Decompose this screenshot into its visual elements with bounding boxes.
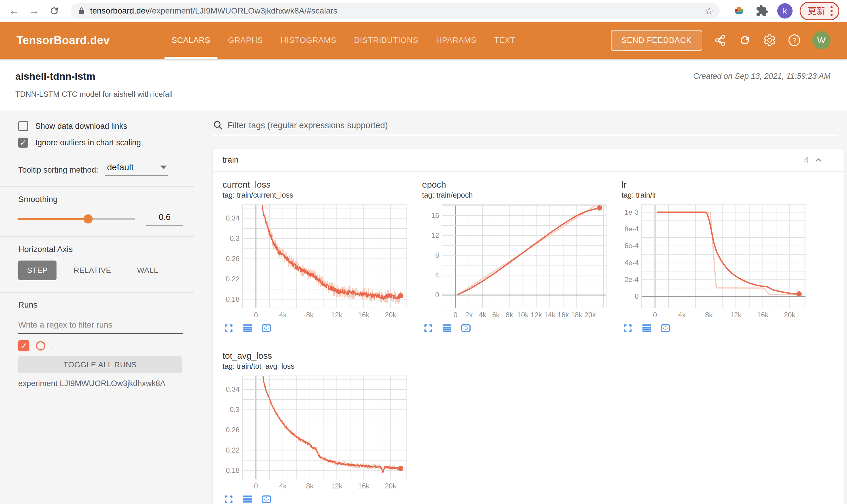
tab-histograms[interactable]: HISTOGRAMS [272, 22, 345, 59]
tab-text[interactable]: TEXT [485, 22, 524, 59]
axis-relative-button[interactable]: RELATIVE [65, 260, 120, 280]
smoothing-slider[interactable] [18, 212, 135, 225]
tag-filter-input[interactable] [227, 121, 837, 130]
tab-graphs[interactable]: GRAPHS [219, 22, 272, 59]
sidebar-divider [0, 292, 194, 292]
tensorboard-page: ← → tensorboard.dev/experiment/LJI9MWUOR… [0, 0, 847, 504]
svg-text:0.18: 0.18 [226, 295, 240, 303]
tab-scalars[interactable]: SCALARS [163, 22, 219, 59]
browser-toolbar: ← → tensorboard.dev/experiment/LJI9MWUOR… [0, 0, 847, 22]
svg-text:6e-4: 6e-4 [624, 242, 639, 250]
expand-chart-icon[interactable] [423, 323, 433, 333]
svg-text:0: 0 [635, 292, 639, 300]
expand-chart-icon[interactable] [623, 323, 633, 333]
train-group-card: train 4 current_loss tag: train/current_… [213, 148, 844, 504]
chart-canvas[interactable]: 04k8k12k16k20k0.340.30.260.220.18 [223, 201, 411, 320]
experiment-title: aishell-tdnn-lstm [15, 71, 173, 82]
axis-step-button[interactable]: STEP [18, 260, 56, 280]
search-icon [213, 120, 223, 130]
chart-title: current_loss [223, 180, 417, 190]
run-visibility-checkbox[interactable]: ✓ [18, 340, 30, 352]
tooltip-sorting-select[interactable]: default [105, 162, 168, 176]
fit-domain-icon[interactable] [660, 323, 670, 333]
slider-thumb[interactable] [84, 214, 93, 223]
chart-tile-epoch: epoch tag: train/epoch 02k4k6k8k10k12k14… [422, 180, 616, 333]
svg-text:0.34: 0.34 [226, 385, 240, 393]
chart-title: lr [622, 180, 816, 190]
svg-text:8k: 8k [306, 482, 314, 490]
checkbox-unchecked-icon[interactable] [18, 121, 28, 131]
browser-update-menu[interactable]: 更新 [800, 2, 839, 20]
svg-text:0: 0 [653, 311, 657, 319]
runs-filter-input[interactable] [18, 320, 183, 330]
axis-wall-button[interactable]: WALL [128, 260, 167, 280]
refresh-icon[interactable] [738, 34, 751, 47]
expand-chart-icon[interactable] [224, 323, 234, 333]
svg-text:20k: 20k [585, 311, 596, 319]
smoothing-label: Smoothing [18, 195, 183, 204]
tooltip-sorting-value: default [107, 162, 134, 172]
svg-text:12k: 12k [730, 311, 742, 319]
chart-tag: tag: train/lr [622, 191, 816, 199]
log-scale-icon[interactable] [642, 323, 652, 333]
smoothing-value-field[interactable]: 0.6 [146, 212, 183, 226]
svg-text:8k: 8k [306, 311, 314, 319]
address-bar[interactable]: tensorboard.dev/experiment/LJI9MWUORLOw3… [71, 3, 720, 19]
show-download-links-checkbox[interactable]: Show data download links [18, 121, 183, 131]
chart-canvas[interactable]: 04k8k12k16k20k0.340.30.260.220.18 [223, 372, 411, 491]
svg-text:12k: 12k [331, 482, 343, 490]
train-group-header[interactable]: train 4 [213, 148, 844, 172]
svg-text:8e-4: 8e-4 [624, 225, 639, 233]
svg-text:20k: 20k [385, 482, 397, 490]
sidebar-divider [0, 186, 194, 187]
tab-distributions[interactable]: DISTRIBUTIONS [345, 22, 427, 59]
log-scale-icon[interactable] [242, 494, 253, 504]
svg-text:16k: 16k [557, 311, 569, 319]
forward-icon[interactable]: → [28, 4, 40, 17]
svg-text:8k: 8k [705, 311, 713, 319]
log-scale-icon[interactable] [442, 323, 452, 333]
chart-canvas[interactable]: 02k4k6k8k10k12k14k16k18k20k0481216 [422, 201, 610, 320]
group-name: train [223, 155, 238, 165]
fit-domain-icon[interactable] [261, 494, 271, 504]
ignore-outliers-checkbox[interactable]: ✓ Ignore outliers in chart scaling [18, 138, 183, 148]
svg-text:2e-4: 2e-4 [624, 275, 639, 284]
chart-tag: tag: train/epoch [422, 191, 616, 199]
settings-gear-icon[interactable] [763, 34, 776, 47]
svg-text:12k: 12k [531, 311, 542, 319]
extensions-puzzle-icon[interactable] [756, 4, 768, 17]
help-icon[interactable]: ? [788, 34, 801, 47]
chart-tile-tot-avg-loss: tot_avg_loss tag: train/tot_avg_loss 04k… [223, 351, 417, 504]
tooltip-sorting-label: Tooltip sorting method: [18, 164, 98, 176]
tab-hparams[interactable]: HPARAMS [427, 22, 485, 59]
reload-icon[interactable] [48, 4, 60, 17]
share-icon[interactable] [713, 34, 727, 47]
svg-text:16k: 16k [757, 311, 769, 319]
checkbox-label: Ignore outliers in chart scaling [35, 138, 141, 147]
expand-chart-icon[interactable] [224, 494, 234, 504]
fit-domain-icon[interactable] [261, 323, 271, 333]
svg-text:0.3: 0.3 [230, 234, 240, 242]
send-feedback-button[interactable]: SEND FEEDBACK [611, 30, 702, 51]
url-host: tensorboard.dev [90, 6, 150, 16]
log-scale-icon[interactable] [242, 323, 253, 333]
chart-canvas[interactable]: 04k8k12k16k20k1e-38e-46e-44e-42e-40 [622, 201, 810, 320]
app-logo[interactable]: TensorBoard.dev [16, 34, 110, 47]
bookmark-star-icon[interactable]: ☆ [705, 5, 714, 17]
horizontal-axis-label: Horizontal Axis [18, 245, 183, 254]
fit-domain-icon[interactable] [461, 323, 471, 333]
extension-colorful-icon[interactable] [732, 4, 746, 18]
checkbox-checked-icon[interactable]: ✓ [18, 138, 28, 148]
svg-text:4k: 4k [678, 311, 686, 319]
toggle-all-runs-button[interactable]: TOGGLE ALL RUNS [18, 356, 182, 373]
svg-text:6k: 6k [492, 311, 500, 319]
back-icon[interactable]: ← [8, 4, 21, 17]
dropdown-arrow-icon [160, 165, 167, 169]
axis-toggle-group: STEP RELATIVE WALL [18, 260, 183, 280]
browser-profile-avatar[interactable]: k [777, 3, 793, 19]
svg-text:?: ? [792, 36, 796, 44]
user-avatar[interactable]: W [812, 31, 831, 49]
run-name: . [52, 341, 54, 350]
chart-title: tot_avg_loss [223, 351, 417, 361]
chevron-up-icon[interactable] [814, 155, 823, 165]
